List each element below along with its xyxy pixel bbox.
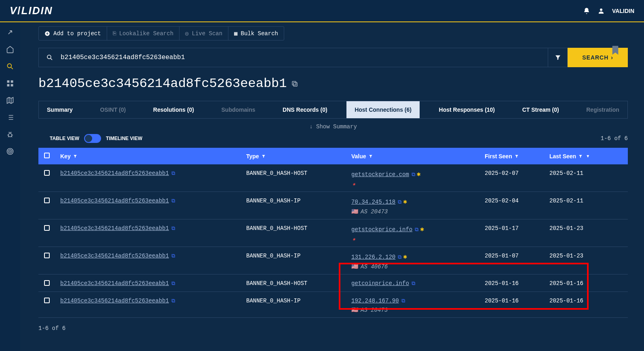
- tab-dns-records[interactable]: DNS Records (0): [274, 101, 335, 118]
- bell-icon[interactable]: [583, 7, 590, 15]
- lookalike-search-button[interactable]: ⎘Lookalike Search: [107, 27, 179, 40]
- copy-icon[interactable]: ⧉: [412, 281, 415, 287]
- search-icon: [46, 54, 53, 61]
- grid-icon[interactable]: [6, 79, 14, 87]
- first-seen-cell: 2025-02-04: [485, 198, 549, 204]
- add-to-project-button[interactable]: Add to project: [39, 27, 107, 40]
- asn-label: 🇺🇸AS 20473: [351, 306, 485, 313]
- tab-subdomains[interactable]: Subdomains: [213, 101, 264, 118]
- type-cell: BANNER_0_HASH-HOST: [246, 280, 351, 287]
- filter-button[interactable]: [548, 48, 568, 67]
- table-header: Key Type Value First Seen Last Seen ▼: [38, 148, 628, 164]
- tab-osint[interactable]: OSINT (0): [92, 101, 134, 118]
- bookmark-icon[interactable]: [611, 46, 620, 58]
- copy-icon[interactable]: [291, 80, 298, 87]
- key-link[interactable]: b21405ce3c3456214ad8fc5263eeabb1: [60, 253, 169, 259]
- copy-icon[interactable]: ⧉: [171, 198, 175, 204]
- table-view-label[interactable]: TABLE VIEW: [50, 136, 79, 141]
- col-type[interactable]: Type: [246, 153, 351, 160]
- value-link[interactable]: 70.34.245.118: [351, 199, 395, 205]
- search-input[interactable]: [61, 54, 541, 61]
- tab-registration[interactable]: Registration: [578, 101, 627, 118]
- row-checkbox[interactable]: [44, 225, 50, 231]
- brand-logo[interactable]: V/VALIDINLIDIN: [10, 4, 53, 17]
- asn-label: 🇺🇸AS 40676: [351, 263, 485, 270]
- last-seen-cell: 2025-02-11: [549, 198, 614, 204]
- key-link[interactable]: b21405ce3c3456214ad8fc5263eeabb1: [60, 198, 169, 204]
- key-link[interactable]: b21405ce3c3456214ad8fc5263eeabb1: [60, 170, 169, 177]
- expand-icon[interactable]: [6, 28, 14, 36]
- copy-icon[interactable]: ⧉: [171, 298, 175, 304]
- home-icon[interactable]: [6, 45, 14, 53]
- last-seen-cell: 2025-02-11: [549, 170, 614, 177]
- copy-icon[interactable]: ⧉: [171, 253, 175, 259]
- star-icon: ✱: [403, 253, 407, 261]
- map-icon[interactable]: [6, 96, 14, 104]
- table-row: b21405ce3c3456214ad8fc5263eeabb1⧉ BANNER…: [38, 292, 628, 318]
- svg-point-0: [600, 9, 602, 11]
- row-checkbox[interactable]: [44, 198, 50, 203]
- view-toggle[interactable]: [84, 134, 101, 143]
- search-row: SEARCH ›: [38, 48, 628, 67]
- select-all-checkbox[interactable]: [44, 153, 50, 158]
- tab-host-connections[interactable]: Host Connections (6): [346, 101, 420, 118]
- timeline-view-label[interactable]: TIMELINE VIEW: [106, 136, 142, 141]
- key-link[interactable]: b21405ce3c3456214ad8fc5263eeabb1: [60, 280, 169, 287]
- paging-bottom: 1-6 of 6: [38, 325, 628, 332]
- main-content: Add to project ⎘Lookalike Search ◎Live S…: [20, 22, 644, 351]
- bulk-search-button[interactable]: ▦Bulk Search: [228, 27, 284, 40]
- copy-icon[interactable]: ⧉: [401, 298, 405, 304]
- value-link[interactable]: 131.226.2.120: [351, 254, 395, 260]
- col-value[interactable]: Value: [351, 153, 485, 160]
- tab-summary[interactable]: Summary: [39, 101, 81, 118]
- svg-point-9: [10, 151, 11, 152]
- copy-icon[interactable]: ⧉: [171, 281, 175, 287]
- key-link[interactable]: b21405ce3c3456214ad8fc5263eeabb1: [60, 298, 169, 304]
- copy-icon[interactable]: ⧉: [398, 199, 401, 205]
- top-header: V/VALIDINLIDIN VALIDIN: [0, 0, 644, 22]
- col-first-seen[interactable]: First Seen: [485, 153, 549, 160]
- last-seen-cell: 2025-01-23: [549, 253, 614, 259]
- last-seen-cell: 2025-01-23: [549, 225, 614, 232]
- col-key[interactable]: Key: [60, 153, 246, 160]
- live-scan-button[interactable]: ◎Live Scan: [179, 27, 228, 40]
- first-seen-cell: 2025-01-16: [485, 298, 549, 304]
- tab-ct-stream[interactable]: CT Stream (0): [514, 101, 567, 118]
- copy-icon[interactable]: ⧉: [412, 172, 415, 178]
- table-row: b21405ce3c3456214ad8fc5263eeabb1⧉ BANNER…: [38, 274, 628, 292]
- table-row: b21405ce3c3456214ad8fc5263eeabb1⧉ BANNER…: [38, 247, 628, 274]
- copy-icon[interactable]: ⧉: [398, 254, 401, 260]
- copy-icon[interactable]: ⧉: [171, 170, 175, 177]
- copy-icon[interactable]: ⧉: [171, 225, 175, 232]
- username-label[interactable]: VALIDIN: [612, 8, 634, 14]
- bug-icon[interactable]: [6, 130, 14, 138]
- value-link[interactable]: getstockprice.info: [351, 226, 412, 233]
- download-icon[interactable]: [38, 135, 45, 142]
- row-checkbox[interactable]: [44, 253, 50, 258]
- col-last-seen[interactable]: Last Seen ▼: [549, 153, 614, 160]
- value-link[interactable]: getstockprice.com: [351, 171, 409, 178]
- paging-top: 1-6 of 6: [601, 135, 628, 142]
- first-seen-cell: 2025-02-07: [485, 170, 549, 177]
- value-link[interactable]: getcoinprice.info: [351, 280, 409, 287]
- svg-rect-12: [293, 83, 297, 86]
- tab-resolutions[interactable]: Resolutions (0): [145, 101, 202, 118]
- user-icon[interactable]: [598, 7, 605, 15]
- table-row: b21405ce3c3456214ad8fc5263eeabb1⧉ BANNER…: [38, 219, 628, 247]
- value-link[interactable]: 192.248.167.90: [351, 298, 399, 304]
- table-row: b21405ce3c3456214ad8fc5263eeabb1⧉ BANNER…: [38, 192, 628, 219]
- asn-label: 🇺🇸AS 20473: [351, 208, 485, 215]
- row-checkbox[interactable]: [44, 170, 50, 176]
- star-icon: ✱: [417, 171, 421, 178]
- row-checkbox[interactable]: [44, 280, 50, 286]
- search-nav-icon[interactable]: [6, 62, 14, 70]
- target-icon[interactable]: [6, 147, 14, 155]
- tab-host-responses[interactable]: Host Responses (10): [431, 101, 503, 118]
- type-cell: BANNER_0_HASH-HOST: [246, 225, 351, 232]
- show-summary-toggle[interactable]: ↓ Show Summary: [309, 123, 357, 130]
- search-box: [38, 48, 548, 67]
- row-checkbox[interactable]: [44, 298, 50, 303]
- list-icon[interactable]: [6, 113, 14, 121]
- key-link[interactable]: b21405ce3c3456214ad8fc5263eeabb1: [60, 225, 169, 232]
- copy-icon[interactable]: ⧉: [415, 227, 418, 233]
